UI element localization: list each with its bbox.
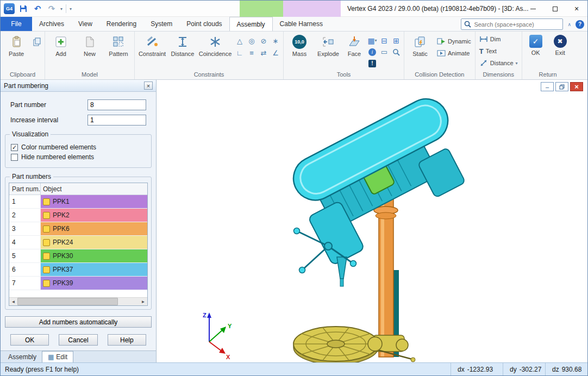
warning-icon[interactable]: ! [366,58,378,69]
table-view-icon[interactable]: ▦▾ [366,35,378,46]
search-input[interactable] [474,21,560,28]
ok-ribbon-button[interactable]: ✓ OK [524,33,548,70]
maximize-button[interactable] [544,1,566,17]
table-row[interactable]: 1 PPK1 [9,195,147,209]
tab-archives[interactable]: Archives [32,17,71,31]
zoom-tool-icon[interactable] [390,46,402,58]
tab-view[interactable]: View [71,17,99,31]
tab-assembly[interactable]: Assembly [229,17,273,31]
properties-page-icon[interactable]: ▭ [378,46,390,58]
text-icon: T [479,47,484,55]
part-number-input[interactable] [87,99,146,110]
collapse-tree-icon[interactable]: ⊟ [378,35,390,46]
edit-tab-icon: ▦ [48,353,54,361]
tab-file[interactable]: File [1,17,32,31]
qat-separator [66,4,66,13]
ok-ribbon-label: OK [531,49,540,56]
info-icon[interactable]: i [366,46,378,58]
tab-rendering[interactable]: Rendering [99,17,143,31]
ok-button[interactable]: OK [10,334,49,346]
row-object: PPK6 [53,225,70,233]
dim-button[interactable]: Dim [477,34,520,45]
table-row[interactable]: 3 PPK6 [9,222,147,236]
face-label: Face [348,51,361,57]
cancel-button[interactable]: Cancel [59,334,97,346]
table-row[interactable]: 7 PPK39 [9,277,147,290]
distance-dim-button[interactable]: Distance ▾ [477,58,520,68]
face-button[interactable]: Face [343,33,366,70]
mdi-restore-button[interactable] [555,82,568,91]
table-row[interactable]: 2 PPK2 [9,209,147,222]
mdi-close-button[interactable]: × [570,82,583,91]
table-row[interactable]: 6 PPK37 [9,263,147,277]
ribbon-group-constraints: Constraint Distance Coincidence △ ◎ [135,32,284,79]
y-axis-label: Y [228,323,232,329]
scroll-right-icon[interactable]: ► [139,298,147,305]
help-icon[interactable]: ? [576,20,584,29]
distance-constraint-button[interactable]: Distance [168,33,197,70]
paste-button[interactable]: Paste [2,33,30,70]
help-button[interactable]: Help [108,334,146,346]
text-label: Text [486,48,497,54]
explode-button[interactable]: Explode [314,33,342,70]
horizontal-scrollbar[interactable]: ◄ ► [9,297,147,305]
column-header-object[interactable]: Object [41,183,147,195]
concentric-constraint-icon[interactable]: ◎ [246,35,258,47]
static-button[interactable]: Static [406,33,434,70]
perpendicular-constraint-icon[interactable]: ∟ [234,47,246,59]
redo-icon[interactable]: ↷ [46,3,57,14]
swap-constraint-icon[interactable]: ⇄ [258,47,270,59]
color-numbered-checkbox[interactable]: ✓ Color numbered elements [11,143,146,151]
add-button[interactable]: Add [47,33,75,70]
ok-check-icon: ✓ [529,35,542,48]
edit-tab-label: Edit [56,353,67,361]
text-button[interactable]: T Text [477,46,520,57]
pattern-button[interactable]: Pattern [104,33,133,70]
tab-system[interactable]: System [143,17,179,31]
scrollbar-thumb[interactable] [17,298,118,305]
tab-point-clouds[interactable]: Point clouds [179,17,229,31]
panel-close-icon[interactable]: × [144,82,153,90]
symmetry-constraint-icon[interactable]: ∗ [270,35,282,47]
angle-constraint-icon[interactable]: ∠ [270,47,282,59]
tab-cable-harness[interactable]: Cable Harness [273,17,330,31]
undo-icon[interactable]: ↶ [32,3,43,14]
search-box[interactable] [461,18,563,30]
copy-icon[interactable] [31,36,43,48]
add-numbers-automatically-button[interactable]: Add numbers automatically [5,316,152,328]
coincidence-button[interactable]: Coincidence [197,33,233,70]
column-header-part-number[interactable]: Part num... [9,183,41,195]
panel-tab-edit[interactable]: ▦Edit [42,351,73,362]
exit-ribbon-button[interactable]: ✖ Exit [548,33,572,70]
constraint-button[interactable]: Constraint [136,33,168,70]
group-label-clipboard: Clipboard [2,71,43,79]
minimize-button[interactable] [522,1,544,17]
increase-interval-input[interactable] [87,115,146,126]
ribbon-group-collision: Static Dynamic Animate Collision Detecti… [404,32,476,79]
customize-qat-icon[interactable]: ▾ [70,7,72,11]
scroll-left-icon[interactable]: ◄ [9,298,17,305]
dy-value: -302.27 [520,366,542,373]
3d-viewport[interactable]: – × [157,80,587,362]
table-row[interactable]: 4 PPK24 [9,236,147,249]
table-row[interactable]: 5 PPK30 [9,249,147,263]
dx-value: -1232.93 [467,366,493,373]
collapse-ribbon-icon[interactable]: ∧ [567,22,571,27]
part-icon [43,253,50,260]
animate-button[interactable]: Animate [435,48,473,59]
redo-dropdown-icon[interactable]: ▾ [60,7,62,11]
tangent-constraint-icon[interactable]: ⊘ [258,35,270,47]
new-button[interactable]: New [76,33,104,70]
save-icon[interactable] [18,3,29,14]
part-numbers-table: Part num... Object 1 PPK1 2 PPK2 3 PPK6 … [9,183,148,306]
mass-button[interactable]: 10,0 Mass [285,33,314,70]
close-button[interactable]: × [566,1,587,17]
panel-tab-assembly[interactable]: Assembly [3,351,42,362]
triangle-constraint-icon[interactable]: △ [234,35,246,47]
mdi-minimize-button[interactable]: – [541,82,554,91]
dynamic-button[interactable]: Dynamic [435,36,473,47]
hide-numbered-checkbox[interactable]: Hide numbered elements [11,153,146,161]
table-empty-area [9,290,147,297]
parallel-constraint-icon[interactable]: ≡ [246,47,258,59]
expand-tree-icon[interactable]: ⊞ [390,35,402,46]
